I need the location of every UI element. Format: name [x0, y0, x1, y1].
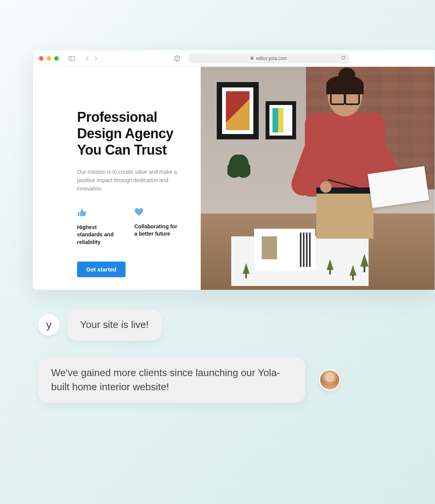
chat-section: y Your site is live! We've gained more c… [38, 309, 397, 420]
browser-toolbar: editor.yola.com [33, 50, 435, 67]
window-controls [39, 56, 59, 61]
url-text: editor.yola.com [256, 56, 287, 61]
avatar-letter: y [46, 319, 52, 331]
get-started-button[interactable]: Get started [77, 262, 126, 277]
wall-art-icon [217, 82, 259, 139]
forward-icon[interactable] [92, 55, 100, 62]
page-title: Professional Design Agency You Can Trust [77, 109, 179, 158]
refresh-icon[interactable] [341, 55, 346, 61]
plant-icon [227, 155, 250, 185]
page-content: Professional Design Agency You Can Trust… [33, 67, 435, 290]
feature-item: Collaborating for a better future [134, 208, 179, 246]
chat-bubble: Your site is live! [67, 309, 162, 341]
bot-avatar: y [38, 314, 60, 336]
user-message-row: We've gained more clients since launchin… [38, 357, 397, 403]
address-bar[interactable]: editor.yola.com [188, 53, 349, 63]
feature-label: Highest standards and reliability [77, 224, 122, 246]
lock-icon [250, 56, 254, 61]
minimize-window-icon[interactable] [47, 56, 51, 61]
feature-label: Collaborating for a better future [134, 223, 179, 238]
close-window-icon[interactable] [39, 56, 44, 61]
thumbs-up-icon [77, 208, 122, 218]
person-illustration [293, 74, 393, 239]
hero-image [201, 67, 435, 290]
maximize-window-icon[interactable] [54, 56, 59, 61]
feature-list: Highest standards and reliability Collab… [77, 208, 179, 246]
back-icon[interactable] [83, 55, 91, 62]
svg-rect-3 [251, 58, 253, 60]
svg-rect-0 [69, 56, 75, 60]
browser-window: editor.yola.com Professional Design Agen… [32, 50, 435, 290]
user-avatar [319, 369, 340, 391]
mission-text: Our mission is to create value and make … [77, 168, 179, 193]
privacy-shield-icon[interactable] [173, 55, 181, 62]
wall-art-icon [266, 101, 296, 139]
feature-item: Highest standards and reliability [77, 208, 122, 246]
hero-section: Professional Design Agency You Can Trust… [33, 67, 201, 290]
heart-icon [134, 208, 179, 218]
sidebar-toggle-icon[interactable] [68, 55, 76, 62]
bot-message-row: y Your site is live! [38, 309, 397, 341]
chat-bubble: We've gained more clients since launchin… [38, 357, 305, 403]
